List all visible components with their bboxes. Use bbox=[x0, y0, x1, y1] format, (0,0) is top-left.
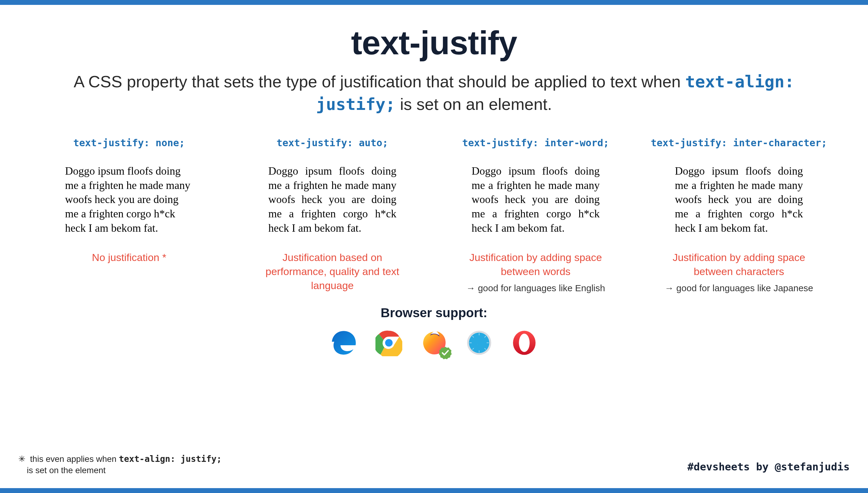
example-caption: Justification based on performance, qual… bbox=[259, 251, 406, 293]
footnote-text-pre: this even applies when bbox=[30, 454, 119, 464]
dev-sheet-card: text-justify A CSS property that sets th… bbox=[0, 0, 868, 493]
example-hint: good for languages like Japanese bbox=[665, 283, 813, 293]
example-code-header: text-justify: none; bbox=[73, 137, 185, 149]
firefox-icon bbox=[420, 329, 448, 356]
example-code-header: text-justify: inter-word; bbox=[462, 137, 609, 149]
example-code-header: text-justify: auto; bbox=[277, 137, 388, 149]
edge-icon bbox=[330, 329, 357, 356]
footnote-text-post: is set on the element bbox=[27, 465, 106, 476]
example-caption: Justification by adding space between ch… bbox=[666, 251, 812, 279]
opera-icon bbox=[511, 329, 538, 356]
browser-icons-row bbox=[18, 329, 850, 356]
example-inter-word: text-justify: inter-word; Doggo ipsum fl… bbox=[440, 137, 631, 293]
footnote-marker: ✳ bbox=[18, 454, 25, 464]
example-caption: Justification by adding space between wo… bbox=[462, 251, 609, 279]
example-none: text-justify: none; Doggo ipsum floofs d… bbox=[33, 137, 225, 293]
chrome-icon bbox=[375, 329, 402, 356]
example-auto: text-justify: auto; Doggo ipsum floofs d… bbox=[237, 137, 428, 293]
example-sample-text: Doggo ipsum floofs doing me a frighten h… bbox=[675, 164, 803, 235]
example-sample-text: Doggo ipsum floofs doing me a frighten h… bbox=[472, 164, 600, 235]
example-sample-text: Doggo ipsum floofs doing me a frighten h… bbox=[65, 164, 193, 235]
page-title: text-justify bbox=[18, 23, 850, 62]
example-caption: No justification * bbox=[92, 251, 166, 265]
footnote: ✳ this even applies when text-align: jus… bbox=[18, 454, 222, 476]
subtitle-text-post: is set on an element. bbox=[395, 95, 552, 113]
safari-icon bbox=[466, 329, 493, 356]
examples-row: text-justify: none; Doggo ipsum floofs d… bbox=[33, 137, 835, 293]
page-subtitle: A CSS property that sets the type of jus… bbox=[53, 70, 815, 116]
example-inter-character: text-justify: inter-character; Doggo ips… bbox=[643, 137, 835, 293]
subtitle-text-pre: A CSS property that sets the type of jus… bbox=[74, 72, 685, 91]
example-sample-text: Doggo ipsum floofs doing me a frighten h… bbox=[268, 164, 396, 235]
footnote-code: text-align: justify; bbox=[119, 454, 222, 464]
svg-point-2 bbox=[385, 339, 393, 346]
svg-point-23 bbox=[519, 334, 529, 352]
credit-line: #devsheets by @stefanjudis bbox=[687, 460, 850, 473]
example-code-header: text-justify: inter-character; bbox=[651, 137, 827, 149]
example-hint: good for languages like English bbox=[466, 283, 605, 293]
full-support-badge-icon bbox=[439, 346, 452, 359]
browser-support-heading: Browser support: bbox=[18, 305, 850, 320]
